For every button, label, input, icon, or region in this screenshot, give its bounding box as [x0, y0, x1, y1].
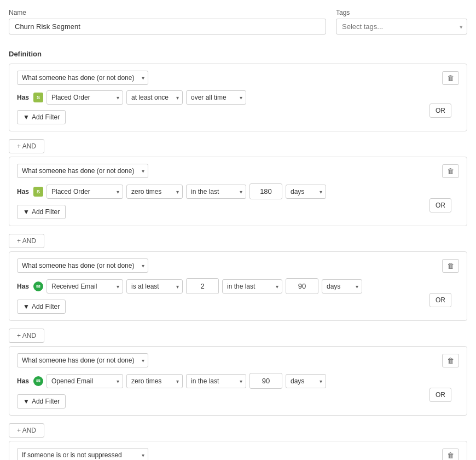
filter-icon-3: ▼ — [23, 303, 30, 311]
add-filter-label-3: Add Filter — [32, 303, 60, 311]
tags-input[interactable] — [336, 19, 467, 34]
or-button-2[interactable]: OR — [429, 198, 451, 212]
definition-title: Definition — [9, 50, 467, 58]
condition-block-3: What someone has done (or not done) Prop… — [9, 251, 467, 321]
has-label-3: Has — [17, 283, 30, 290]
name-label: Name — [9, 9, 327, 16]
time-range-select-4[interactable]: in the last over all time — [186, 374, 246, 388]
tags-label: Tags — [336, 9, 467, 16]
add-filter-label-4: Add Filter — [32, 398, 60, 405]
delete-block-3-button[interactable]: 🗑 — [442, 259, 459, 273]
filter-icon-4: ▼ — [23, 398, 30, 405]
or-button-4[interactable]: OR — [429, 388, 451, 402]
condition-block-5: If someone is or is not suppressed What … — [9, 441, 467, 460]
and-button-3[interactable]: + AND — [9, 329, 44, 343]
days-select-3[interactable]: days weeks months — [322, 279, 362, 294]
condition-type-select-2[interactable]: What someone has done (or not done) Prop… — [17, 164, 148, 178]
add-filter-button-3[interactable]: ▼ Add Filter — [17, 300, 66, 314]
condition-type-select-4[interactable]: What someone has done (or not done) Prop… — [17, 353, 148, 367]
time-range-select-3[interactable]: in the last over all time — [222, 279, 282, 294]
time-range-select-2[interactable]: in the last over all time — [186, 185, 246, 199]
and-button-2[interactable]: + AND — [9, 234, 44, 248]
or-button-3[interactable]: OR — [429, 293, 451, 307]
filter-icon-1: ▼ — [23, 113, 30, 121]
condition-block-1: What someone has done (or not done) Prop… — [9, 64, 467, 131]
add-filter-label-1: Add Filter — [32, 113, 60, 121]
delete-block-4-button[interactable]: 🗑 — [442, 354, 459, 367]
number-input-3a[interactable] — [186, 278, 219, 294]
filter-icon-2: ▼ — [23, 208, 30, 216]
name-input[interactable] — [9, 19, 326, 34]
condition-type-select-1[interactable]: What someone has done (or not done) Prop… — [17, 71, 148, 85]
days-select-2[interactable]: days weeks months — [286, 185, 326, 199]
number-input-4[interactable] — [249, 373, 282, 389]
event-select-3[interactable]: Received Email Placed Order Opened Email — [47, 279, 123, 294]
add-filter-button-2[interactable]: ▼ Add Filter — [17, 205, 66, 219]
or-button-1[interactable]: OR — [429, 104, 451, 118]
number-input-3b[interactable] — [286, 278, 318, 294]
event-select-4[interactable]: Opened Email Placed Order Received Email — [47, 374, 123, 388]
add-filter-label-2: Add Filter — [32, 208, 60, 216]
frequency-select-1[interactable]: at least once zero times is at least — [126, 90, 183, 105]
shopify-icon-1: S — [33, 93, 43, 102]
frequency-select-2[interactable]: zero times at least once is at least — [126, 185, 183, 199]
delete-block-5-button[interactable]: 🗑 — [442, 449, 459, 461]
condition-type-select-5[interactable]: If someone is or is not suppressed What … — [17, 448, 148, 460]
shopify-icon-2: S — [33, 187, 43, 197]
and-button-4[interactable]: + AND — [9, 423, 44, 438]
klaviyo-icon-3: ✉ — [33, 281, 43, 291]
time-range-select-1[interactable]: over all time in the last — [186, 90, 246, 105]
klaviyo-icon-4: ✉ — [33, 376, 43, 386]
days-select-4[interactable]: days weeks months — [286, 374, 326, 388]
delete-block-1-button[interactable]: 🗑 — [442, 71, 459, 85]
event-select-2[interactable]: Placed Order Opened Email Received Email — [47, 185, 123, 199]
event-select-1[interactable]: Placed Order Opened Email Received Email — [47, 90, 123, 105]
number-input-2[interactable] — [249, 183, 282, 199]
has-label-2: Has — [17, 188, 30, 196]
add-filter-button-4[interactable]: ▼ Add Filter — [17, 394, 66, 409]
has-label-4: Has — [17, 377, 30, 385]
add-filter-button-1[interactable]: ▼ Add Filter — [17, 110, 66, 124]
delete-block-2-button[interactable]: 🗑 — [442, 164, 459, 178]
frequency-select-4[interactable]: zero times at least once is at least — [126, 374, 183, 388]
has-label-1: Has — [17, 94, 30, 101]
condition-block-2: What someone has done (or not done) Prop… — [9, 157, 467, 226]
condition-type-select-3[interactable]: What someone has done (or not done) Prop… — [17, 258, 148, 273]
condition-block-4: What someone has done (or not done) Prop… — [9, 346, 467, 416]
and-button-1[interactable]: + AND — [9, 139, 44, 153]
frequency-select-3[interactable]: is at least zero times at least once — [126, 279, 183, 294]
